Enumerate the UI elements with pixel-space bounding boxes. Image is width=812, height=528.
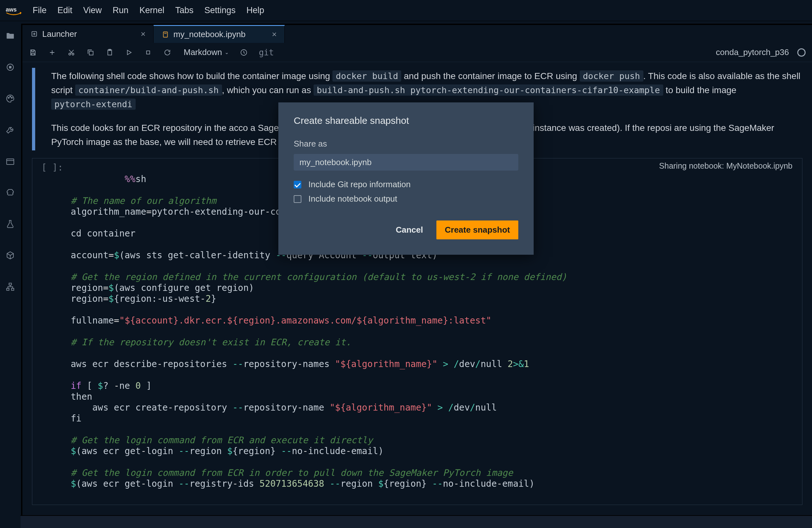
menu-tabs[interactable]: Tabs <box>175 5 193 15</box>
cancel-button[interactable]: Cancel <box>393 220 425 239</box>
kernel-indicator-icon[interactable] <box>797 48 806 57</box>
cube-icon[interactable] <box>5 250 15 260</box>
svg-rect-2 <box>9 66 12 69</box>
tab-notebook[interactable]: my_notebook.ipynb × <box>154 25 285 43</box>
git-button[interactable]: git <box>259 48 274 57</box>
share-as-label: Share as <box>294 139 518 149</box>
left-sidebar <box>0 21 20 528</box>
svg-rect-18 <box>146 51 150 54</box>
tab-label: my_notebook.ipynb <box>173 29 267 39</box>
svg-point-3 <box>8 97 9 98</box>
run-icon[interactable] <box>125 48 133 57</box>
close-icon[interactable]: × <box>141 29 146 39</box>
chevron-down-icon: ⌄ <box>224 49 229 55</box>
cut-icon[interactable] <box>67 48 75 57</box>
toolbar: Markdown ⌄ git conda_pytorch_p36 <box>23 43 812 62</box>
svg-text:aws: aws <box>6 6 17 13</box>
restart-icon[interactable] <box>163 48 172 57</box>
paste-icon[interactable] <box>105 48 114 57</box>
svg-rect-9 <box>12 288 14 290</box>
aws-logo: aws <box>6 6 22 15</box>
status-bar <box>20 515 812 528</box>
flask-icon[interactable] <box>5 219 15 229</box>
launcher-icon <box>31 30 38 38</box>
brain-icon[interactable] <box>5 187 15 198</box>
tab-label: Launcher <box>42 29 136 39</box>
running-icon[interactable] <box>5 62 15 72</box>
tabs-icon[interactable] <box>5 156 15 167</box>
menu-view[interactable]: View <box>83 5 102 15</box>
include-git-checkbox[interactable] <box>294 181 301 188</box>
menu-run[interactable]: Run <box>113 5 129 15</box>
main-area: Launcher × my_notebook.ipynb × Markdown … <box>21 24 812 528</box>
cell-type-select[interactable]: Markdown ⌄ <box>184 47 229 57</box>
cell-type-label: Markdown <box>184 47 222 57</box>
tab-launcher[interactable]: Launcher × <box>23 25 154 43</box>
cell-prompt: [ ]: <box>32 158 68 505</box>
menu-bar: aws File Edit View Run Kernel Tabs Setti… <box>0 0 812 21</box>
wrench-icon[interactable] <box>5 125 15 135</box>
menu-help[interactable]: Help <box>246 5 264 15</box>
add-icon[interactable] <box>48 48 56 57</box>
svg-rect-8 <box>7 288 9 290</box>
menu-file[interactable]: File <box>33 5 47 15</box>
menu-kernel[interactable]: Kernel <box>140 5 164 15</box>
save-icon[interactable] <box>29 48 37 57</box>
svg-rect-6 <box>7 159 14 165</box>
share-icon[interactable] <box>240 48 248 57</box>
close-icon[interactable]: × <box>272 29 277 39</box>
include-git-label: Include Git repo information <box>308 180 410 189</box>
snapshot-modal: Create shareable snapshot Share as Inclu… <box>278 102 534 255</box>
folder-icon[interactable] <box>5 31 15 41</box>
copy-icon[interactable] <box>86 48 95 57</box>
include-output-checkbox[interactable] <box>294 195 301 203</box>
modal-title: Create shareable snapshot <box>294 115 518 126</box>
share-status: Sharing notebook: MyNotebook.ipynb <box>659 160 793 171</box>
svg-rect-12 <box>164 33 166 33</box>
palette-icon[interactable] <box>5 94 15 104</box>
menu-settings[interactable]: Settings <box>204 5 236 15</box>
menu-edit[interactable]: Edit <box>58 5 73 15</box>
create-snapshot-button[interactable]: Create snapshot <box>436 220 518 239</box>
tab-strip: Launcher × my_notebook.ipynb × <box>23 25 812 43</box>
svg-rect-15 <box>89 51 93 55</box>
svg-rect-7 <box>9 283 12 285</box>
svg-point-5 <box>11 97 12 98</box>
include-output-label: Include notebook output <box>308 194 397 204</box>
svg-rect-11 <box>163 32 168 37</box>
share-as-input[interactable] <box>294 154 518 171</box>
notebook-icon <box>162 31 169 38</box>
svg-point-4 <box>10 96 11 97</box>
network-icon[interactable] <box>5 282 15 292</box>
kernel-name[interactable]: conda_pytorch_p36 <box>716 47 789 57</box>
stop-icon[interactable] <box>144 48 152 57</box>
